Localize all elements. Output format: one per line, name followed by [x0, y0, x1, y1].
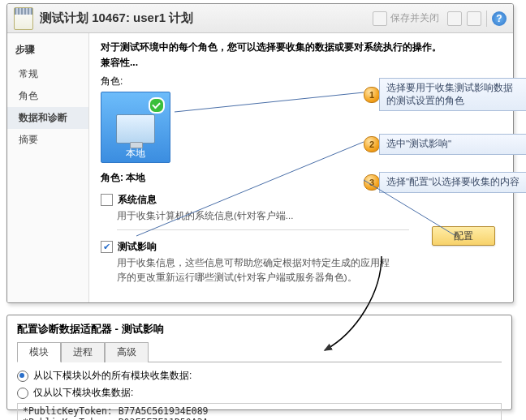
main-pane: 对于测试环境中的每个角色，您可以选择要收集的数据或要对系统执行的操作。 兼容性.… — [89, 33, 513, 302]
tab-advanced[interactable]: 高级 — [105, 342, 149, 362]
role-tile-local[interactable]: 本地 — [101, 92, 170, 163]
sidebar-item-data-diagnostics[interactable]: 数据和诊断 — [7, 107, 88, 129]
callout-1: 1 选择要用于收集测试影响数据的测试设置的角色 — [364, 78, 526, 111]
radio-2[interactable] — [17, 388, 28, 399]
sidebar-item-summary[interactable]: 摘要 — [7, 129, 88, 151]
panel2-title: 配置诊断数据适配器 - 测试影响 — [17, 322, 502, 336]
tab-processes[interactable]: 进程 — [61, 342, 105, 362]
help-icon[interactable]: ? — [492, 11, 507, 26]
toolbar-button-2[interactable] — [467, 11, 481, 26]
intro-text: 对于测试环境中的每个角色，您可以选择要收集的数据或要对系统执行的操作。 — [101, 40, 502, 54]
option-test-impact-desc: 用于收集信息，这些信息可帮助您确定根据对特定生成的应用程序的更改重新运行哪些测试… — [117, 256, 393, 291]
callout-2-text: 选中"测试影响" — [379, 134, 526, 155]
callout-1-text: 选择要用于收集测试影响数据的测试设置的角色 — [379, 78, 526, 111]
radio-collect-except[interactable]: 从以下模块以外的所有模块收集数据: — [17, 369, 502, 383]
module-entry: *PublicKeyToken: B03F5F7F11D50A3A — [23, 417, 496, 420]
save-close-label: 保存并关闭 — [390, 11, 439, 25]
monitor-icon — [116, 114, 155, 144]
sidebar-item-general[interactable]: 常规 — [7, 63, 88, 85]
separator — [486, 11, 487, 27]
radio-2-label: 仅从以下模块收集数据: — [33, 386, 133, 400]
titlebar: 测试计划 10467: user1 计划 保存并关闭 ? — [7, 4, 513, 33]
configure-button[interactable]: 配置 — [432, 226, 495, 246]
radio-collect-only[interactable]: 仅从以下模块收集数据: — [17, 386, 502, 400]
sidebar: 步骤 常规 角色 数据和诊断 摘要 — [7, 33, 89, 302]
toolbar-button-1[interactable] — [447, 11, 462, 26]
tab-modules[interactable]: 模块 — [17, 342, 61, 362]
tabs: 模块 进程 高级 — [17, 341, 502, 362]
badge-2: 2 — [364, 136, 380, 152]
radio-1-label: 从以下模块以外的所有模块收集数据: — [33, 369, 192, 383]
option-system-info-label: 系统信息 — [118, 193, 157, 207]
save-and-close-button[interactable]: 保存并关闭 — [369, 10, 442, 28]
module-entry: *PublicKeyToken: B77A5C561934E089 — [23, 405, 496, 417]
option-system-info[interactable]: 系统信息 — [101, 193, 502, 207]
role-tile-label: 本地 — [126, 147, 145, 161]
sidebar-item-roles[interactable]: 角色 — [7, 85, 88, 107]
radio-1[interactable] — [17, 371, 28, 382]
page-title: 测试计划 10467: user1 计划 — [40, 11, 193, 26]
checkbox-system-info[interactable] — [101, 194, 113, 206]
badge-3: 3 — [364, 174, 380, 191]
save-close-icon — [373, 11, 387, 26]
callout-3-text: 选择"配置"以选择要收集的内容 — [379, 172, 526, 193]
option-test-impact-label: 测试影响 — [118, 240, 157, 254]
notepad-icon — [14, 7, 33, 30]
sidebar-header: 步骤 — [7, 40, 88, 63]
callout-2: 2 选中"测试影响" — [364, 134, 526, 155]
checkbox-test-impact[interactable] — [101, 241, 113, 253]
compat-link[interactable]: 兼容性... — [101, 56, 502, 70]
module-list[interactable]: *PublicKeyToken: B77A5C561934E089 *Publi… — [17, 403, 502, 420]
configure-adapter-panel: 配置诊断数据适配器 - 测试影响 模块 进程 高级 从以下模块以外的所有模块收集… — [6, 315, 512, 410]
badge-1: 1 — [364, 87, 380, 103]
callout-3: 3 选择"配置"以选择要收集的内容 — [364, 172, 526, 193]
check-icon — [149, 97, 165, 114]
option-system-info-desc: 用于收集计算机的系统信息(针对客户端... — [117, 209, 409, 230]
